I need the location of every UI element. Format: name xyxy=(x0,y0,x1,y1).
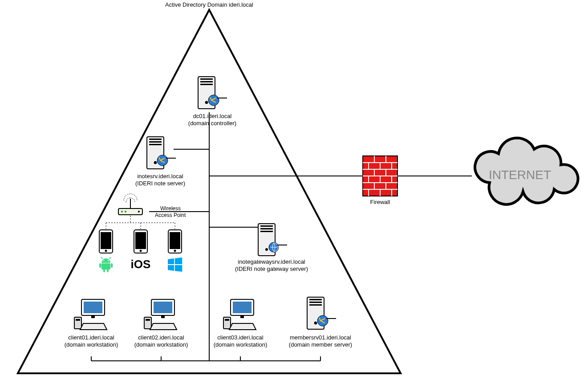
node-firewall: Firewall xyxy=(363,156,397,205)
server-gateway-icon xyxy=(258,224,287,256)
client01-role: (domain workstation) xyxy=(65,341,118,348)
node-internet: INTERNET xyxy=(475,138,578,204)
firewall-label: Firewall xyxy=(370,199,390,205)
client03-role: (domain workstation) xyxy=(214,341,268,348)
wap-l2: Access Point xyxy=(155,212,186,218)
gw-name: inotegatewaysrv.ideri.local xyxy=(238,258,305,265)
diagram-title: Active Directory Domain ideri.local xyxy=(165,1,253,8)
node-dc01: dc01.ideri.local (domain controller) xyxy=(188,77,236,127)
workstation-icon xyxy=(144,299,177,330)
firewall-icon xyxy=(363,156,397,196)
ios-label: iOS xyxy=(131,257,151,271)
internet-label: INTERNET xyxy=(489,168,551,182)
node-gateway: inotegatewaysrv.ideri.local (IDERI note … xyxy=(235,224,308,272)
server-icon xyxy=(147,137,176,169)
client02-name: client02.ideri.local xyxy=(138,334,184,341)
inotesrv-name: inotesrv.ideri.local xyxy=(137,173,183,180)
windows-logo-icon xyxy=(168,257,182,272)
phone-ios-icon xyxy=(134,230,147,253)
android-logo-icon xyxy=(99,257,113,272)
node-inotesrv: inotesrv.ideri.local (IDERI note server) xyxy=(135,137,185,187)
gw-role: (IDERI note gateway server) xyxy=(235,266,308,272)
client03-name: client03.ideri.local xyxy=(217,334,263,341)
dc01-name: dc01.ideri.local xyxy=(193,113,232,119)
membersrv-name: membersrv01.ideri.local xyxy=(290,334,351,341)
workstation-icon xyxy=(74,299,107,330)
node-client02: client02.ideri.local (domain workstation… xyxy=(134,299,188,348)
membersrv-role: (domain member server) xyxy=(289,341,352,348)
phone-android-icon xyxy=(99,230,113,253)
dc01-role: (domain controller) xyxy=(188,120,236,127)
client02-role: (domain workstation) xyxy=(134,341,188,348)
phone-windows-icon xyxy=(168,230,182,253)
server-icon xyxy=(198,77,227,109)
node-client03: client03.ideri.local (domain workstation… xyxy=(214,299,268,348)
inotesrv-role: (IDERI note server) xyxy=(135,180,185,187)
wap-l1: Wireless xyxy=(160,205,181,212)
client01-name: client01.ideri.local xyxy=(68,334,114,341)
workstation-icon xyxy=(223,299,256,330)
wap-icon xyxy=(118,194,142,215)
node-membersrv: membersrv01.ideri.local (domain member s… xyxy=(289,297,352,348)
node-client01: client01.ideri.local (domain workstation… xyxy=(65,299,118,348)
node-wap: Wireless Access Point xyxy=(118,194,186,218)
server-icon xyxy=(307,297,336,329)
